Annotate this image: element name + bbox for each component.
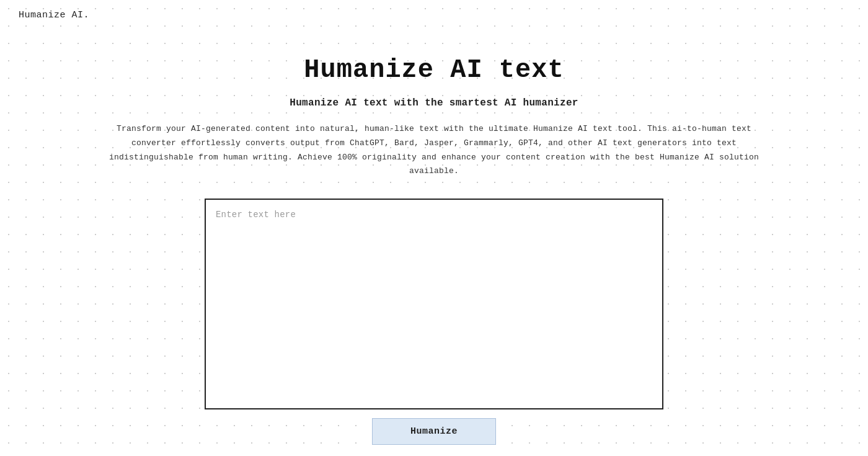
main-section: Humanize AI text Humanize AI text with t… [93, 30, 775, 445]
content-wrapper: Humanize AI. Humanize AI text Humanize A… [0, 0, 868, 445]
subtitle: Humanize AI text with the smartest AI hu… [290, 97, 578, 109]
main-title: Humanize AI text [304, 55, 564, 85]
header: Humanize AI. [0, 0, 868, 30]
description: Transform your AI-generated content into… [105, 122, 763, 179]
text-input[interactable] [205, 199, 663, 409]
textarea-container: Humanize [205, 199, 663, 445]
logo[interactable]: Humanize AI. [19, 10, 89, 20]
humanize-button[interactable]: Humanize [372, 418, 496, 445]
